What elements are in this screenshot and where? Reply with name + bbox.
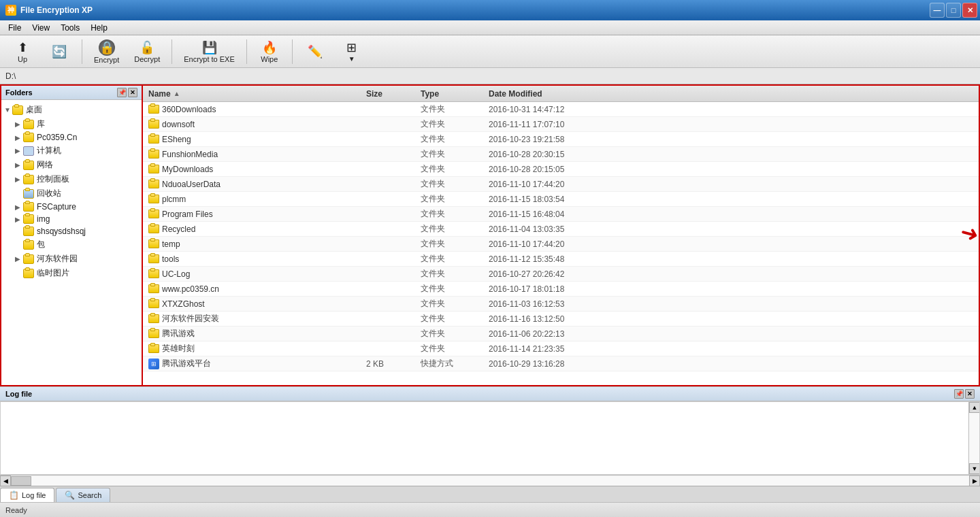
table-row[interactable]: Program Files文件夹2016-11-15 16:48:04 [143,207,979,222]
table-row[interactable]: FunshionMedia文件夹2016-10-28 20:30:15 [143,147,979,162]
tree-label-img: img [37,214,50,224]
close-button[interactable]: ✕ [962,3,977,18]
table-row[interactable]: 河东软件园安装文件夹2016-11-16 13:12:50 [143,312,979,327]
table-row[interactable]: 360Downloads文件夹2016-10-31 14:47:12 [143,102,979,117]
tree-item-recycle[interactable]: 回收站 [1,186,142,201]
table-row[interactable]: 腾讯游戏文件夹2016-11-06 20:22:13 [143,327,979,341]
encrypt-button[interactable]: 🔒 Encrypt [88,37,125,67]
tree-item-controlpanel[interactable]: ▶ 控制面板 [1,172,142,186]
maximize-button[interactable]: □ [946,3,961,18]
scroll-thumb[interactable] [11,476,31,486]
file-name: temp [162,239,180,249]
menu-view[interactable]: View [27,22,55,34]
log-panel-header: Log file 📌 ✕ [0,387,980,401]
table-row[interactable]: www.pc0359.cn文件夹2016-10-17 18:01:18 [143,282,979,297]
tree-item-shsq[interactable]: shsqysdshsqj [1,225,142,237]
table-row[interactable]: downsoft文件夹2016-11-11 17:07:10 [143,117,979,132]
tree-item-img[interactable]: ▶ img [1,213,142,225]
scroll-left-button[interactable]: ◀ [0,476,11,486]
scroll-right-button[interactable]: ▶ [969,476,980,486]
col-header-size[interactable]: Size [361,89,415,99]
table-row[interactable]: ESheng文件夹2016-10-23 19:21:58 [143,132,979,147]
window-controls: — □ ✕ [930,3,977,18]
folder-icon [148,135,159,144]
decrypt-button[interactable]: 🔓 Decrypt [128,37,166,66]
main-content: Folders 📌 ✕ ▼ 桌面 ▶ 库 [0,84,980,386]
expand-icon: ▶ [15,203,23,211]
menu-file[interactable]: File [3,22,27,34]
edit-button[interactable]: ✏️ [298,41,332,62]
tree-item-network[interactable]: ▶ 网络 [1,158,142,172]
file-name-cell: Recycled [143,224,361,234]
file-date: 2016-11-04 13:03:35 [483,224,592,234]
close-panel-button[interactable]: ✕ [128,88,137,97]
table-row[interactable]: plcmm文件夹2016-11-15 18:03:54 [143,192,979,207]
log-content: ▲ ▼ [0,401,980,475]
folder-icon [148,105,159,114]
file-date: 2016-10-17 18:01:18 [483,284,592,294]
panel-header-icons: 📌 ✕ [117,88,137,97]
file-name: 英雄时刻 [162,343,195,354]
col-header-type[interactable]: Type [415,89,483,99]
folder-icon [148,210,159,218]
folder-panel-header: Folders 📌 ✕ [1,86,142,100]
close-log-button[interactable]: ✕ [965,389,975,399]
img-icon [23,214,34,224]
refresh-button[interactable]: 🔄 [42,41,76,62]
file-type: 文件夹 [415,253,483,265]
tree-item-fscapture[interactable]: ▶ FSCapture [1,201,142,213]
tree-item-computer[interactable]: ▶ 计算机 [1,144,142,158]
tree-item-linshi[interactable]: 临时图片 [1,266,142,280]
file-name: downsoft [162,120,195,129]
current-path: D:\ [5,71,16,81]
table-row[interactable]: tools文件夹2016-11-12 15:35:48 [143,252,979,267]
file-date: 2016-11-11 17:07:10 [483,120,592,129]
file-type: 文件夹 [415,298,483,310]
expand-icon: ▶ [15,134,23,141]
table-row[interactable]: 英雄时刻文件夹2016-11-14 21:23:35 [143,341,979,356]
folder-icon [148,344,159,353]
table-row[interactable]: ⊞腾讯游戏平台2 KB快捷方式2016-10-29 13:16:28 [143,356,979,371]
file-name-cell: Program Files [143,210,361,219]
folder-icon [148,254,159,263]
wipe-button[interactable]: 🔥 Wipe [252,37,287,66]
tree-item-hedong[interactable]: ▶ 河东软件园 [1,252,142,266]
tab-search[interactable]: 🔍 Search [56,488,110,502]
table-row[interactable]: UC-Log文件夹2016-10-27 20:26:42 [143,267,979,282]
scroll-down-button[interactable]: ▼ [969,463,980,474]
scroll-up-button[interactable]: ▲ [969,402,980,413]
tree-label-linshi: 临时图片 [37,267,69,279]
tree-item-pc0359[interactable]: ▶ Pc0359.Cn [1,131,142,144]
tab-log-file[interactable]: 📋 Log file [0,488,54,502]
up-button[interactable]: ⬆ Up [5,37,39,66]
file-name: MyDownloads [162,165,213,174]
tree-label-library: 库 [37,118,45,130]
view-button[interactable]: ⊞ ▼ [335,37,369,65]
tree-item-bao[interactable]: 包 [1,237,142,252]
toolbar-separator-1 [82,39,82,64]
encrypt-exe-button[interactable]: 💾 Encrypt to EXE [178,37,241,66]
minimize-button[interactable]: — [930,3,945,18]
pin-log-button[interactable]: 📌 [954,389,964,399]
table-row[interactable]: MyDownloads文件夹2016-10-28 20:15:05 [143,162,979,177]
col-header-date[interactable]: Date Modified [483,89,592,99]
table-row[interactable]: NduoaUserData文件夹2016-11-10 17:44:20 [143,177,979,192]
menu-tools[interactable]: Tools [55,22,85,34]
col-header-name[interactable]: Name ▲ [143,89,361,99]
table-row[interactable]: XTXZGhost文件夹2016-11-03 16:12:53 [143,297,979,312]
table-row[interactable]: temp文件夹2016-11-10 17:44:20 [143,237,979,252]
file-name: XTXZGhost [162,299,205,309]
tree-item-library[interactable]: ▶ 库 [1,117,142,131]
file-date: 2016-10-29 13:16:28 [483,359,592,369]
folder-icon [148,120,159,129]
hedong-icon [23,254,34,264]
tree-item-desktop[interactable]: ▼ 桌面 [1,103,142,117]
file-name-cell: UC-Log [143,269,361,279]
edit-icon: ✏️ [308,44,323,59]
pin-button[interactable]: 📌 [117,88,127,97]
file-list: 360Downloads文件夹2016-10-31 14:47:12downso… [143,102,979,385]
table-row[interactable]: Recycled文件夹2016-11-04 13:03:35 [143,222,979,237]
file-date: 2016-11-14 21:23:35 [483,344,592,354]
file-name: www.pc0359.cn [162,284,219,294]
menu-help[interactable]: Help [85,22,113,34]
